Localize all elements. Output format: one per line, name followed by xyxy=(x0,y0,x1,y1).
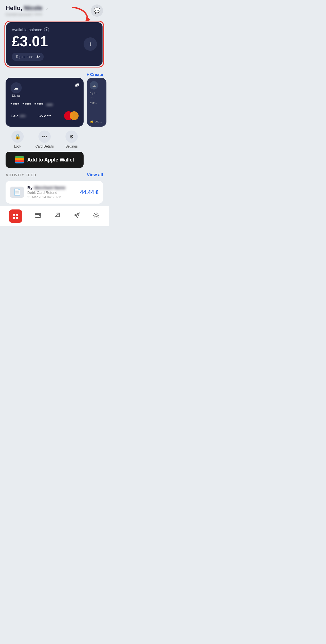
card-details-label: Card Details xyxy=(35,144,54,148)
send-icon xyxy=(73,212,81,221)
hello-text: Hello, xyxy=(6,4,22,12)
plus-icon: + xyxy=(88,40,92,48)
transaction-amount: 44.44 € xyxy=(80,189,99,196)
grid-icon xyxy=(12,213,19,220)
lock-button[interactable]: 🔒 Lock xyxy=(11,131,24,148)
lock-icon: 🔒 xyxy=(11,131,24,143)
transaction-type: Debit Card Refund xyxy=(27,190,77,195)
card-dots-3: **** xyxy=(35,102,44,107)
balance-card-wrapper: Available balance i £3.01 Tap to hide 👁 … xyxy=(4,21,104,67)
brand-logo: ❛❜ xyxy=(75,82,79,91)
exp-value: ••/•• xyxy=(20,114,26,118)
card-cvv: CVV *** xyxy=(38,114,51,118)
card-dots-1: **** xyxy=(11,102,20,107)
nav-send[interactable] xyxy=(73,212,81,221)
card-top: ☁ Digital ❛❜ xyxy=(11,82,79,97)
second-card-preview[interactable]: ☁ Digit... **** EXP •• 🔒 Loc... xyxy=(87,78,106,127)
nav-home[interactable] xyxy=(9,209,22,223)
tap-to-hide-text: Tap to hide xyxy=(16,55,33,59)
hello-row: Hello, Nicole ⌄ xyxy=(6,4,48,12)
svg-rect-3 xyxy=(13,217,15,219)
transaction-by: By Merchant Name xyxy=(27,185,77,190)
mastercard-logo xyxy=(64,111,79,120)
preview-type: Digit... xyxy=(90,92,104,95)
create-button[interactable]: + Create xyxy=(86,72,103,77)
card-number-row: **** **** **** •••• xyxy=(11,102,79,107)
svg-rect-1 xyxy=(13,214,15,216)
activity-section: ACTIVITY FEED View all 📄 By Merchant Nam… xyxy=(0,168,109,206)
settings-button[interactable]: ⚙ Settings xyxy=(65,131,78,148)
chat-icon: 💬 xyxy=(94,7,101,14)
svg-rect-6 xyxy=(39,215,41,216)
card-actions: 🔒 Lock ••• Card Details ⚙ Settings xyxy=(6,127,84,150)
balance-label: Available balance i xyxy=(12,27,97,32)
nav-transfer[interactable] xyxy=(54,212,61,221)
wallet-nav-icon xyxy=(34,212,42,221)
balance-label-text: Available balance xyxy=(12,28,42,32)
transaction-info: By Merchant Name Debit Card Refund 21 Ma… xyxy=(27,185,77,199)
settings-label: Settings xyxy=(65,144,77,148)
preview-cloud-icon: ☁ xyxy=(90,81,98,90)
view-all-button[interactable]: View all xyxy=(87,172,103,177)
activity-card: 📄 By Merchant Name Debit Card Refund 21 … xyxy=(6,181,103,204)
preview-dots: **** xyxy=(90,97,104,100)
wallet-icon xyxy=(15,156,24,163)
merchant-name: Merchant Name xyxy=(34,185,65,190)
add-money-button[interactable]: + xyxy=(84,37,97,51)
svg-rect-4 xyxy=(16,217,18,219)
tap-to-hide-btn[interactable]: Tap to hide 👁 xyxy=(12,53,44,61)
account-subtitle: Current account • •••••• xyxy=(6,12,48,16)
debit-card[interactable]: ☁ Digital ❛❜ **** **** **** •••• EXP ••/… xyxy=(6,78,84,127)
card-last-digits: •••• xyxy=(47,102,53,107)
header-left: Hello, Nicole ⌄ Current account • •••••• xyxy=(6,4,48,16)
apple-wallet-button[interactable]: Add to Apple Wallet xyxy=(6,152,84,168)
cards-scroll[interactable]: ☁ Digital ❛❜ **** **** **** •••• EXP ••/… xyxy=(0,78,109,168)
nav-wallet[interactable] xyxy=(34,212,42,221)
header: Hello, Nicole ⌄ Current account • ••••••… xyxy=(0,0,109,20)
digital-label: Digital xyxy=(12,94,21,97)
lock-label: Lock xyxy=(14,144,21,148)
activity-header: ACTIVITY FEED View all xyxy=(6,172,103,177)
home-icon-active xyxy=(9,209,22,223)
balance-card: Available balance i £3.01 Tap to hide 👁 … xyxy=(6,22,103,66)
bottom-nav xyxy=(0,206,109,226)
card-exp: EXP ••/•• xyxy=(11,114,26,118)
preview-lock-icon: 🔒 Loc... xyxy=(90,120,104,123)
card-details-button[interactable]: ••• Card Details xyxy=(35,131,54,148)
user-name: Nicole xyxy=(24,4,42,12)
mc-orange-circle xyxy=(70,111,79,120)
svg-rect-2 xyxy=(16,214,18,216)
nav-settings[interactable] xyxy=(93,212,100,221)
transfer-icon xyxy=(54,212,61,221)
card-type-wrap: ☁ Digital xyxy=(11,82,22,97)
eye-icon: 👁 xyxy=(36,54,40,59)
transaction-icon: 📄 xyxy=(10,187,24,198)
create-row: + Create xyxy=(0,70,109,78)
settings-icon: ⚙ xyxy=(65,131,78,143)
activity-title: ACTIVITY FEED xyxy=(6,173,36,177)
chevron-down-icon[interactable]: ⌄ xyxy=(45,6,48,10)
card-details-icon: ••• xyxy=(38,131,51,143)
transaction-date: 21 Mar 2024 04:56 PM xyxy=(27,195,77,199)
card-dots-2: **** xyxy=(23,102,32,107)
chat-button[interactable]: 💬 xyxy=(91,4,103,17)
settings-nav-icon xyxy=(93,212,100,221)
info-icon[interactable]: i xyxy=(44,27,49,32)
preview-exp: EXP •• xyxy=(90,102,104,105)
exp-label: EXP xyxy=(11,114,18,118)
card-container: ☁ Digital ❛❜ **** **** **** •••• EXP ••/… xyxy=(6,78,84,168)
apple-wallet-text: Add to Apple Wallet xyxy=(27,157,74,163)
card-bottom: EXP ••/•• CVV *** xyxy=(11,111,79,120)
cloud-icon: ☁ xyxy=(11,82,22,93)
by-prefix: By xyxy=(27,185,33,190)
svg-point-7 xyxy=(95,214,97,216)
